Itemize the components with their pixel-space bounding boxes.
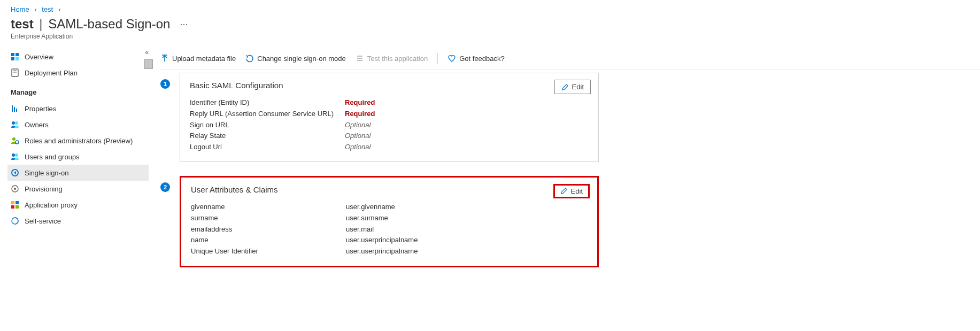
svg-point-15 <box>15 153 18 157</box>
step-user-attributes: 2 Edit User Attributes & Claims givennam… <box>160 176 599 278</box>
svg-point-13 <box>16 141 19 144</box>
list-icon <box>356 54 364 63</box>
svg-rect-7 <box>12 105 13 112</box>
change-sso-mode-button[interactable]: Change single sign-on mode <box>245 54 346 63</box>
collapse-sidebar-icon[interactable]: « <box>145 49 149 56</box>
toolbar-separator <box>437 53 438 64</box>
more-actions-icon[interactable]: ··· <box>180 19 188 30</box>
breadcrumb-home[interactable]: Home <box>11 5 29 13</box>
edit-label: Edit <box>571 187 583 195</box>
sidebar-item-roles[interactable]: Roles and administrators (Preview) <box>7 133 149 149</box>
sidebar-item-provisioning[interactable]: Provisioning <box>7 181 149 197</box>
claim-name: surname <box>191 213 346 224</box>
step-number-1: 1 <box>160 79 170 89</box>
sidebar-item-owners[interactable]: Owners <box>7 117 149 133</box>
card-basic-saml: Edit Basic SAML Configuration Identifier… <box>180 73 599 162</box>
svg-point-14 <box>12 153 15 157</box>
breadcrumb-sep-icon: › <box>34 5 36 13</box>
self-service-icon <box>11 217 19 225</box>
feedback-button[interactable]: Got feedback? <box>447 54 505 63</box>
svg-rect-20 <box>16 201 19 204</box>
svg-rect-0 <box>11 53 14 56</box>
card-title: Basic SAML Configuration <box>190 81 589 90</box>
field-label: Relay State <box>190 130 345 142</box>
svg-point-10 <box>12 121 15 125</box>
svg-rect-3 <box>16 57 19 60</box>
provisioning-icon <box>11 184 19 193</box>
svg-rect-9 <box>16 109 17 112</box>
svg-rect-21 <box>11 205 14 209</box>
sidebar-item-application-proxy[interactable]: Application proxy <box>7 197 149 213</box>
sidebar-item-label: Roles and administrators (Preview) <box>25 137 133 145</box>
breadcrumb: Home › test › <box>0 0 980 16</box>
toolbar-label: Got feedback? <box>459 55 505 63</box>
claim-value: user.mail <box>346 224 374 235</box>
roles-icon <box>11 136 19 145</box>
sso-icon <box>11 168 19 177</box>
field-value: Optional <box>345 120 371 131</box>
sidebar-item-label: Properties <box>25 105 56 113</box>
svg-point-18 <box>14 188 16 190</box>
page-header: test | SAML-based Sign-on ··· Enterprise… <box>0 16 980 43</box>
header-subtitle: Enterprise Application <box>11 33 969 40</box>
page-title: SAML-based Sign-on <box>48 17 170 31</box>
field-value: Required <box>345 109 375 120</box>
toolbar: Upload metadata file Change single sign-… <box>160 49 980 70</box>
svg-point-12 <box>12 137 16 141</box>
owners-icon <box>11 120 19 129</box>
sidebar-item-properties[interactable]: Properties <box>7 101 149 117</box>
card-title: User Attributes & Claims <box>191 185 588 194</box>
sidebar-item-deployment[interactable]: Deployment Plan <box>7 65 149 81</box>
toolbar-label: Change single sign-on mode <box>257 55 346 63</box>
sidebar-item-self-service[interactable]: Self-service <box>7 213 149 229</box>
sidebar-item-overview[interactable]: Overview <box>7 49 149 65</box>
breadcrumb-sep-icon: › <box>58 5 60 13</box>
toolbar-label: Upload metadata file <box>172 55 236 63</box>
claim-name: name <box>191 235 346 246</box>
card-user-attributes: Edit User Attributes & Claims givennameu… <box>180 176 599 267</box>
test-application-button: Test this application <box>356 54 428 63</box>
field-value: Required <box>345 97 375 109</box>
field-label: Reply URL (Assertion Consumer Service UR… <box>190 109 345 120</box>
svg-rect-1 <box>16 53 19 56</box>
sidebar-item-label: Deployment Plan <box>25 69 78 77</box>
sidebar-item-users-groups[interactable]: Users and groups <box>7 149 149 165</box>
sidebar-item-label: Application proxy <box>25 201 78 209</box>
header-app-name: test <box>11 17 34 31</box>
upload-icon <box>160 54 169 63</box>
sidebar: « Overview Deployment Plan Manage Proper… <box>0 49 149 278</box>
sidebar-item-label: Users and groups <box>25 153 80 161</box>
pencil-icon <box>560 187 568 195</box>
app-proxy-icon <box>11 201 19 209</box>
breadcrumb-test[interactable]: test <box>42 5 53 13</box>
edit-label: Edit <box>572 83 584 91</box>
properties-icon <box>11 104 19 113</box>
users-icon <box>11 152 19 161</box>
sidebar-item-single-sign-on[interactable]: Single sign-on <box>7 165 149 181</box>
sidebar-item-label: Self-service <box>25 217 61 225</box>
sidebar-item-label: Provisioning <box>25 185 63 193</box>
claim-name: givenname <box>191 202 346 213</box>
claim-name: emailaddress <box>191 224 346 235</box>
step-basic-saml: 1 Edit Basic SAML Configuration Identifi… <box>160 73 599 173</box>
svg-rect-4 <box>12 69 18 76</box>
claim-value: user.givenname <box>346 202 395 213</box>
sidebar-section-manage: Manage <box>7 81 149 101</box>
edit-user-attributes-button[interactable]: Edit <box>553 184 590 198</box>
toolbar-label: Test this application <box>367 55 428 63</box>
upload-metadata-button[interactable]: Upload metadata file <box>160 54 236 63</box>
sidebar-item-label: Owners <box>25 121 49 129</box>
main-content: Upload metadata file Change single sign-… <box>149 49 980 278</box>
edit-basic-saml-button[interactable]: Edit <box>554 80 591 94</box>
svg-rect-8 <box>14 107 15 112</box>
overview-icon <box>11 52 19 61</box>
svg-rect-2 <box>11 57 14 60</box>
step-number-2: 2 <box>160 182 170 192</box>
book-icon <box>11 68 19 77</box>
field-value: Optional <box>345 142 371 153</box>
svg-rect-19 <box>11 201 14 204</box>
sidebar-item-label: Single sign-on <box>25 169 68 177</box>
sidebar-item-label: Overview <box>25 53 53 61</box>
svg-point-11 <box>15 121 18 125</box>
claim-name: Unique User Identifier <box>191 246 346 257</box>
